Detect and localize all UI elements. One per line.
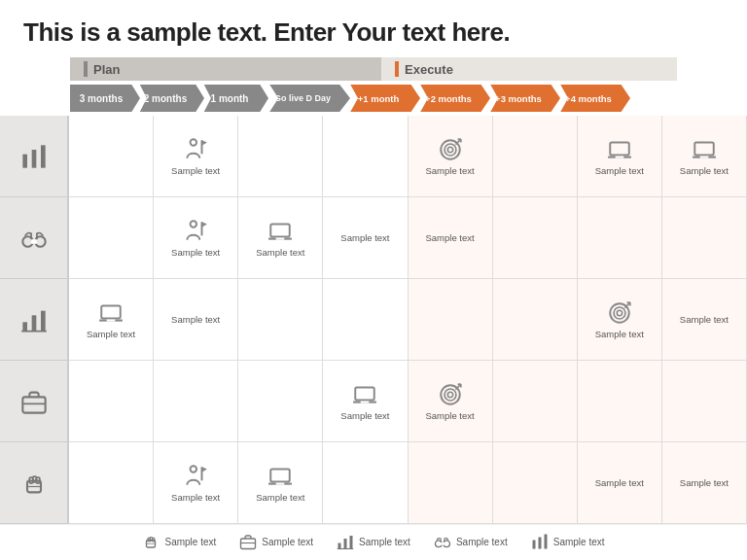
svg-rect-74 — [538, 538, 541, 549]
timeline-arrow-4: +1 month — [344, 85, 420, 112]
svg-point-50 — [447, 392, 452, 397]
cell-sample-text: Sample text — [171, 247, 220, 258]
cell-sample-text: Sample text — [595, 165, 644, 176]
timeline-row: 3 months2 months1 monthGo live D Day+1 m… — [0, 85, 747, 112]
laptop-icon — [607, 137, 632, 162]
grid-cell-0-7: Sample text — [662, 116, 747, 197]
phase-header: Plan Execute — [0, 57, 747, 85]
grid-cell-3-3: Sample text — [323, 361, 408, 442]
grid-cell-1-6 — [578, 197, 662, 279]
grid-cell-0-1: Sample text — [154, 116, 238, 197]
left-icon-cell-2 — [0, 279, 67, 361]
cell-sample-text: Sample text — [680, 477, 729, 488]
laptop-icon — [98, 300, 124, 326]
grid-area: Sample text Sample text Sample text Samp… — [0, 116, 747, 524]
timeline-arrow-6: +3 months — [484, 85, 560, 112]
grid-cell-1-7 — [662, 197, 747, 279]
title-area: This is a sample text. Enter Your text h… — [0, 0, 747, 57]
cell-sample-text: Sample text — [340, 410, 389, 421]
timeline-arrow-1: 2 months — [134, 85, 204, 112]
svg-point-41 — [617, 310, 622, 315]
binoculars-icon — [434, 533, 451, 550]
legend-item-2: Sample text — [337, 533, 410, 550]
cell-sample-text: Sample text — [87, 329, 135, 339]
page-title: This is a sample text. Enter Your text h… — [23, 18, 724, 48]
cell-sample-text: Sample text — [171, 165, 220, 176]
svg-rect-73 — [532, 541, 535, 549]
cell-sample-text: Sample text — [425, 232, 474, 243]
legend-text: Sample text — [553, 537, 605, 547]
main-container: This is a sample text. Enter Your text h… — [0, 0, 747, 560]
grid-cell-2-4 — [409, 279, 493, 361]
legend-text: Sample text — [456, 537, 508, 547]
grid-cell-0-2 — [238, 116, 323, 197]
bar-chart-icon — [531, 533, 549, 550]
grid-cell-4-1: Sample text — [154, 442, 238, 524]
grid-cell-4-0 — [69, 442, 154, 524]
svg-rect-25 — [610, 142, 629, 155]
svg-rect-6 — [22, 322, 27, 331]
svg-rect-75 — [544, 535, 547, 549]
target-icon — [438, 382, 463, 407]
grid-cell-1-0 — [69, 197, 154, 279]
grid-cell-3-0 — [69, 361, 154, 442]
cell-sample-text: Sample text — [425, 410, 474, 421]
plan-bar-icon — [84, 61, 88, 77]
fist-icon — [20, 470, 48, 497]
legend-text: Sample text — [164, 537, 216, 547]
grid-cell-4-3 — [323, 442, 408, 524]
grid-cell-3-4: Sample text — [409, 361, 493, 442]
svg-rect-2 — [41, 145, 46, 167]
svg-point-49 — [445, 389, 456, 401]
svg-rect-56 — [271, 469, 291, 481]
bar-chart2-icon — [20, 306, 48, 333]
svg-point-31 — [191, 221, 197, 228]
cell-sample-text: Sample text — [171, 492, 220, 503]
cell-sample-text: Sample text — [171, 314, 220, 325]
svg-rect-66 — [338, 543, 341, 549]
svg-rect-1 — [31, 150, 36, 168]
svg-point-20 — [445, 144, 456, 156]
svg-rect-67 — [344, 539, 347, 549]
svg-point-40 — [614, 307, 625, 319]
legend-text: Sample text — [359, 537, 410, 547]
svg-point-21 — [447, 147, 452, 152]
timeline-arrow-5: +2 months — [414, 85, 490, 112]
legend-item-1: Sample text — [239, 533, 313, 550]
grid-cell-3-2 — [238, 361, 323, 442]
left-icon-cell-1 — [0, 197, 67, 279]
grid-cell-1-3: Sample text — [323, 197, 408, 279]
grid-cell-2-6: Sample text — [578, 279, 662, 361]
left-icons — [0, 116, 68, 524]
grid-cell-2-2 — [238, 279, 323, 361]
grid-cell-4-6: Sample text — [578, 442, 662, 524]
fist-icon — [142, 533, 160, 550]
target-icon — [607, 300, 632, 326]
grid-cell-1-2: Sample text — [238, 197, 323, 279]
grid-cell-3-1 — [154, 361, 238, 442]
svg-rect-64 — [241, 539, 256, 549]
briefcase-icon — [239, 533, 257, 550]
grid-cell-4-4 — [409, 442, 493, 524]
grid-cell-4-2: Sample text — [238, 442, 323, 524]
svg-rect-0 — [22, 154, 27, 167]
svg-rect-68 — [350, 536, 353, 549]
person-flag-icon — [183, 137, 208, 162]
svg-rect-5 — [31, 239, 37, 244]
grid-cell-1-4: Sample text — [409, 197, 493, 279]
legend-item-3: Sample text — [434, 533, 508, 550]
cell-sample-text: Sample text — [425, 165, 474, 176]
grid-cell-1-5 — [493, 197, 578, 279]
cell-sample-text: Sample text — [680, 314, 729, 325]
svg-rect-45 — [356, 387, 375, 400]
grid-cell-2-3 — [323, 279, 408, 361]
svg-rect-7 — [31, 315, 36, 331]
grid-cell-4-5 — [493, 442, 578, 524]
left-icon-cell-0 — [0, 116, 67, 197]
svg-rect-28 — [694, 142, 714, 155]
grid-cell-3-7 — [662, 361, 747, 442]
legend-item-0: Sample text — [142, 533, 216, 550]
grid-cell-0-5 — [493, 116, 578, 197]
left-icon-cell-4 — [0, 442, 67, 524]
grid-cell-0-0 — [69, 116, 154, 197]
